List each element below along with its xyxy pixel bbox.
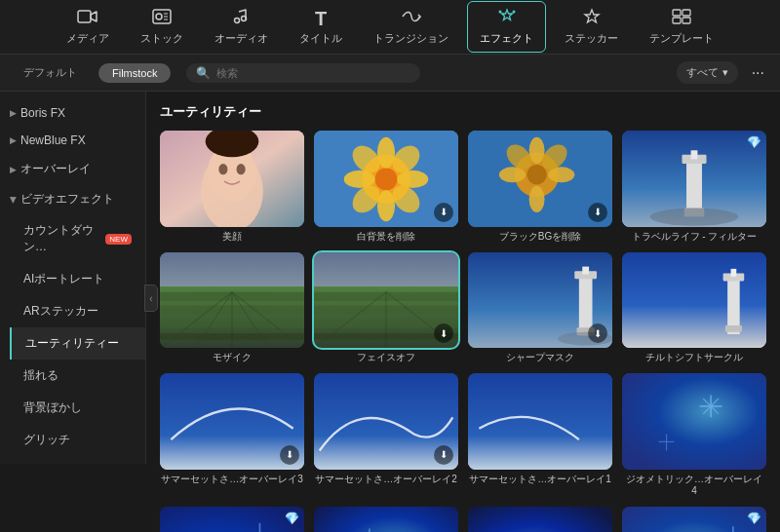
sidebar-item-boris-fx[interactable]: ▶ Boris FX bbox=[0, 99, 145, 127]
card-travel-filter[interactable]: 💎 トラベルライフ - フィルター bbox=[622, 131, 766, 243]
nav-label-transition: トランジション bbox=[373, 31, 448, 46]
svg-rect-85 bbox=[314, 507, 458, 532]
svg-point-2 bbox=[156, 14, 162, 19]
filter-bar: デフォルト Filmstock 🔍 すべて ▾ ··· bbox=[0, 55, 780, 92]
card-summer3[interactable]: ⬇ サマーセットさ…オーバーレイ3 bbox=[160, 373, 304, 497]
sidebar-item-countdown[interactable]: カウントダウン… NEW bbox=[10, 214, 145, 263]
card-label-summer3: サマーセットさ…オーバーレイ3 bbox=[160, 474, 304, 485]
card-thumb-summer3: ⬇ bbox=[160, 373, 304, 470]
card-thumb-geo1 bbox=[468, 507, 612, 532]
effect-icon bbox=[496, 8, 518, 28]
svg-point-42 bbox=[649, 208, 738, 225]
card-thumb-summer1 bbox=[468, 373, 612, 470]
card-remove-bg[interactable]: ⬇ 白背景を削除 bbox=[314, 131, 458, 243]
card-thumb-tilt-shift bbox=[622, 252, 766, 349]
nav-item-transition[interactable]: トランジション bbox=[361, 1, 461, 53]
sidebar-item-overlay[interactable]: ▶ オーバーレイ bbox=[0, 154, 145, 184]
svg-rect-38 bbox=[686, 158, 702, 213]
card-thumb-geo4 bbox=[622, 373, 766, 470]
sidebar-label-video-effect: ビデオエフェクト bbox=[20, 191, 114, 208]
card-sharp-mask[interactable]: ⬇ シャープマスク bbox=[468, 252, 612, 364]
svg-point-4 bbox=[241, 17, 246, 21]
nav-label-template: テンプレート bbox=[649, 31, 714, 46]
card-thumb-travel-filter: 💎 bbox=[622, 131, 766, 227]
nav-item-stock[interactable]: ストック bbox=[128, 1, 196, 53]
arrow-icon: ▶ bbox=[10, 135, 17, 145]
card-thumb-remove-bg: ⬇ bbox=[314, 131, 458, 227]
filter-all-button[interactable]: すべて ▾ bbox=[677, 61, 738, 84]
svg-rect-91 bbox=[622, 507, 766, 532]
sidebar-item-shake[interactable]: 揺れる bbox=[10, 360, 145, 392]
card-thumb-summer2: ⬇ bbox=[314, 373, 458, 470]
svg-rect-8 bbox=[682, 10, 690, 16]
svg-rect-0 bbox=[78, 11, 91, 22]
tab-filmstock[interactable]: Filmstock bbox=[98, 63, 171, 83]
nav-item-template[interactable]: テンプレート bbox=[637, 1, 726, 53]
card-thumb-geo4b: 💎 bbox=[622, 507, 766, 532]
sidebar: ▶ Boris FX ▶ NewBlue FX ▶ オーバーレイ ▶ ビデオエフ… bbox=[0, 92, 146, 464]
svg-point-22 bbox=[344, 171, 375, 188]
card-label-sharp-mask: シャープマスク bbox=[468, 352, 612, 363]
svg-point-6 bbox=[512, 11, 515, 14]
card-label-remove-black-bg: ブラックBGを削除 bbox=[468, 231, 612, 243]
card-geo4[interactable]: ジオメトリック…オーバーレイ 4 bbox=[622, 373, 766, 497]
sidebar-item-bg-blur[interactable]: 背景ぼかし bbox=[10, 392, 145, 424]
nav-item-audio[interactable]: オーディオ bbox=[202, 1, 281, 53]
svg-rect-70 bbox=[725, 325, 742, 332]
download-icon: ⬇ bbox=[588, 203, 607, 222]
sticker-icon bbox=[581, 8, 603, 28]
nav-label-effect: エフェクト bbox=[480, 31, 533, 46]
svg-rect-74 bbox=[468, 373, 612, 470]
tab-default[interactable]: デフォルト bbox=[10, 61, 91, 84]
svg-point-3 bbox=[234, 19, 239, 23]
sidebar-item-glitch[interactable]: グリッチ bbox=[10, 424, 145, 456]
svg-point-5 bbox=[498, 11, 501, 14]
card-face-off[interactable]: ⬇ フェイスオフ bbox=[314, 252, 458, 364]
card-beauty[interactable]: 美顔 bbox=[160, 131, 304, 243]
sidebar-item-newblue-fx[interactable]: ▶ NewBlue FX bbox=[0, 127, 145, 154]
svg-point-31 bbox=[529, 137, 545, 164]
card-summer1[interactable]: サマーセットさ…オーバーレイ1 bbox=[468, 373, 612, 497]
sidebar-item-video-effect[interactable]: ▶ ビデオエフェクト bbox=[0, 184, 145, 214]
card-geo2[interactable]: ジオメトリック…オーバーレイ 2 bbox=[314, 507, 458, 532]
nav-item-effect[interactable]: エフェクト bbox=[467, 1, 546, 53]
gem-icon: 💎 bbox=[285, 512, 299, 525]
svg-rect-75 bbox=[622, 373, 766, 470]
nav-label-sticker: ステッカー bbox=[565, 31, 618, 46]
content-area: ユーティリティー 美顔 bbox=[146, 92, 780, 532]
nav-item-sticker[interactable]: ステッカー bbox=[552, 1, 631, 53]
svg-point-23 bbox=[397, 171, 428, 188]
nav-label-stock: ストック bbox=[140, 31, 183, 46]
svg-point-19 bbox=[375, 169, 398, 191]
sidebar-item-ar-sticker[interactable]: ARステッカー bbox=[10, 295, 145, 327]
search-input[interactable] bbox=[216, 67, 410, 79]
more-options-button[interactable]: ··· bbox=[746, 62, 770, 84]
sidebar-label-utility: ユーティリティー bbox=[25, 335, 119, 352]
card-tilt-shift[interactable]: チルトシフトサークル bbox=[622, 252, 766, 364]
svg-point-30 bbox=[526, 165, 546, 184]
sidebar-collapse-button[interactable]: ‹ bbox=[144, 285, 158, 312]
nav-item-title[interactable]: T タイトル bbox=[287, 2, 355, 53]
card-geo3[interactable]: 💎 💎 ジオメトリック…オーバーレイ 3 bbox=[160, 507, 304, 532]
card-remove-black-bg[interactable]: ⬇ ブラックBGを削除 bbox=[468, 131, 612, 243]
sidebar-item-utility[interactable]: ユーティリティー bbox=[10, 327, 145, 360]
svg-point-33 bbox=[499, 167, 526, 182]
nav-item-media[interactable]: メディア bbox=[54, 1, 122, 53]
sidebar-item-ai-portrait[interactable]: AIポートレート bbox=[10, 263, 145, 295]
card-geo1[interactable]: ジオメトリック… オーバーレイ 1 bbox=[468, 507, 612, 532]
sidebar-label-ar-sticker: ARステッカー bbox=[23, 303, 98, 320]
download-icon: ⬇ bbox=[434, 203, 453, 222]
sidebar-label-glitch: グリッチ bbox=[23, 432, 70, 448]
download-icon: ⬇ bbox=[434, 445, 453, 465]
svg-rect-7 bbox=[673, 10, 681, 16]
card-summer2[interactable]: ⬇ サマーセットさ…オーバーレイ2 bbox=[314, 373, 458, 497]
card-geo4b[interactable]: 💎 ジオメトリック…オーバーレイ 4 bbox=[622, 507, 766, 532]
svg-rect-9 bbox=[673, 18, 681, 23]
download-icon: ⬇ bbox=[280, 445, 299, 465]
sidebar-label-newblue-fx: NewBlue FX bbox=[20, 133, 86, 147]
search-icon: 🔍 bbox=[196, 66, 211, 80]
card-mosaic[interactable]: モザイク bbox=[160, 252, 304, 364]
nav-label-audio: オーディオ bbox=[214, 31, 268, 46]
card-thumb-face-off: ⬇ bbox=[314, 252, 458, 349]
gem-icon: 💎 bbox=[747, 512, 761, 525]
